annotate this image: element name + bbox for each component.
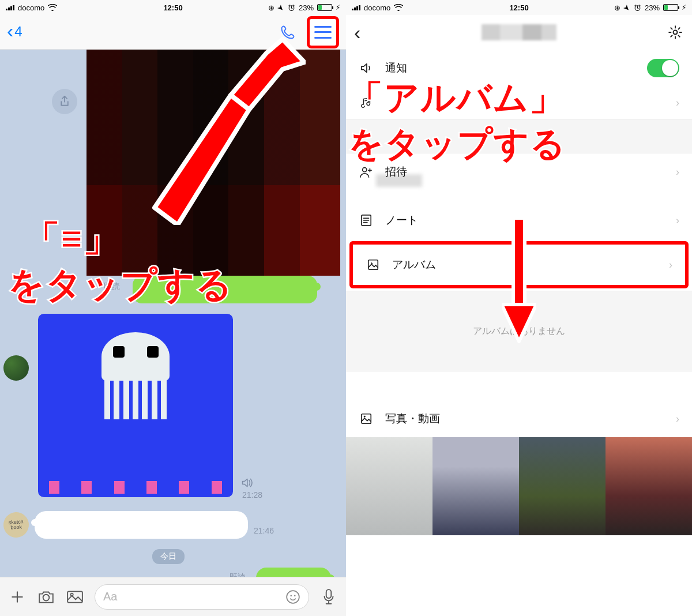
svg-point-11: [674, 31, 678, 35]
svg-rect-7: [326, 589, 332, 598]
chat-input-bar: Aa: [0, 577, 346, 616]
album-icon: [366, 258, 381, 271]
back-button[interactable]: ‹: [354, 22, 360, 42]
location-icon: ➤: [276, 2, 286, 13]
wifi-icon: [48, 4, 57, 11]
voice-button[interactable]: [319, 588, 338, 606]
battery-icon: [663, 4, 678, 11]
albums-empty-text: アルバムはありません: [473, 325, 565, 337]
settings-navbar: ‹: [346, 15, 692, 50]
chevron-right-icon: ›: [676, 413, 679, 425]
media-thumbnail[interactable]: [519, 437, 606, 535]
read-receipt: 既読: [230, 572, 246, 577]
svg-point-4: [287, 591, 299, 603]
date-separator: 今日: [152, 549, 185, 564]
annotation-text: をタップする: [8, 261, 233, 309]
row-label: ノート: [385, 213, 418, 228]
row-media[interactable]: 写真・動画 ›: [346, 400, 692, 437]
svg-point-5: [290, 595, 292, 596]
svg-rect-14: [368, 260, 378, 270]
signal-icon: [6, 5, 14, 10]
chevron-right-icon: ›: [676, 215, 679, 227]
status-bar: docomo 12:50 ⊕ ➤ 23% ⚡︎: [0, 0, 346, 15]
svg-rect-15: [362, 414, 371, 424]
notifications-toggle[interactable]: [647, 59, 679, 77]
media-thumbnail[interactable]: [606, 437, 692, 535]
network-activity-icon: ⊕: [614, 3, 620, 12]
message-time: 21:46: [254, 526, 274, 535]
svg-rect-2: [67, 591, 82, 602]
status-time: 12:50: [509, 3, 528, 12]
speaker-icon: [359, 62, 374, 74]
alarm-icon: [634, 4, 641, 12]
media-thumbnail[interactable]: [432, 437, 519, 535]
gallery-button[interactable]: [66, 588, 84, 606]
annotation-text: 「≡」: [24, 215, 120, 263]
carrier-label: docomo: [364, 3, 390, 12]
svg-point-3: [71, 593, 73, 595]
back-button[interactable]: ‹: [7, 21, 13, 40]
media-icon: [359, 412, 374, 425]
note-icon: [359, 214, 374, 227]
chevron-right-icon: ›: [676, 97, 679, 109]
sticker-message[interactable]: [38, 314, 233, 497]
unread-chat-count[interactable]: 4: [14, 24, 22, 40]
signal-icon: [352, 5, 360, 10]
chat-title: [482, 24, 556, 40]
call-button[interactable]: [278, 22, 298, 42]
screenshot-left: docomo 12:50 ⊕ ➤ 23% ⚡︎ ‹ 4 既読: [0, 0, 346, 616]
charging-icon: ⚡︎: [682, 3, 686, 12]
received-message-bubble[interactable]: [35, 511, 248, 539]
battery-percent: 23%: [645, 3, 660, 12]
sticker-jellyfish-icon: [101, 332, 170, 413]
svg-point-12: [363, 168, 367, 172]
row-notes[interactable]: ノート ›: [346, 202, 692, 239]
chat-navbar: ‹ 4: [0, 15, 346, 50]
hamburger-menu-button[interactable]: [307, 16, 339, 48]
media-thumbnails[interactable]: [346, 437, 692, 535]
wifi-icon: [394, 4, 403, 11]
screenshot-right: docomo 12:50 ⊕ ➤ 23% ⚡︎ ‹ 通知: [346, 0, 692, 616]
message-time: 21:28: [242, 490, 262, 499]
location-icon: ➤: [622, 2, 632, 13]
message-placeholder: Aa: [103, 590, 117, 603]
avatar-text: sketch book: [3, 519, 29, 531]
hamburger-icon: [314, 26, 332, 39]
annotation-text: をタップする: [348, 121, 566, 168]
row-albums[interactable]: アルバム ›: [353, 245, 685, 285]
camera-button[interactable]: [37, 588, 55, 606]
carrier-label: docomo: [18, 3, 44, 12]
charging-icon: ⚡︎: [336, 3, 340, 12]
row-label: 写真・動画: [385, 411, 440, 426]
status-bar: docomo 12:50 ⊕ ➤ 23% ⚡︎: [346, 0, 692, 15]
row-albums-highlight: アルバム ›: [349, 241, 689, 288]
settings-button[interactable]: [667, 24, 684, 41]
row-label: 通知: [385, 61, 407, 76]
chat-image[interactable]: [86, 50, 340, 276]
emoji-button[interactable]: [285, 589, 300, 604]
albums-empty-state: アルバムはありません: [346, 291, 692, 371]
message-input[interactable]: Aa: [95, 584, 309, 610]
attach-button[interactable]: [8, 588, 27, 606]
avatar[interactable]: [3, 355, 29, 381]
sent-message-bubble[interactable]: [256, 568, 331, 577]
alarm-icon: [288, 4, 295, 12]
battery-icon: [317, 4, 332, 11]
svg-point-16: [364, 416, 366, 418]
status-time: 12:50: [163, 3, 182, 12]
svg-point-6: [294, 595, 296, 596]
avatar[interactable]: sketch book: [3, 512, 29, 538]
media-thumbnail[interactable]: [346, 437, 432, 535]
chevron-right-icon: ›: [669, 259, 672, 271]
annotation-text: 「アルバム」: [348, 75, 565, 122]
row-label: アルバム: [392, 257, 436, 272]
battery-percent: 23%: [299, 3, 314, 12]
svg-point-1: [43, 594, 50, 600]
sound-icon: [241, 478, 253, 488]
network-activity-icon: ⊕: [268, 3, 274, 12]
chat-area[interactable]: 既読 21:28 sketch book 21:46 今日 既読 0:52: [0, 50, 346, 577]
share-button[interactable]: [52, 89, 77, 114]
chevron-right-icon: ›: [676, 166, 679, 178]
